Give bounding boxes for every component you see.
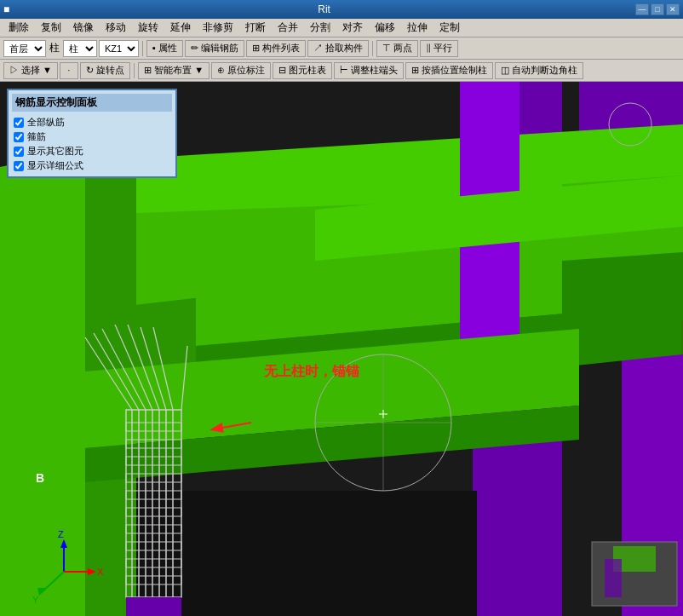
detail-formula-label: 显示详细公式 xyxy=(27,159,83,172)
menu-bar: 删除 复制 镜像 移动 旋转 延伸 非修剪 打断 合并 分割 对齐 偏移 拉伸 … xyxy=(0,19,683,37)
sep2 xyxy=(372,41,373,56)
checkbox-all-vertical[interactable]: 全部纵筋 xyxy=(12,115,172,130)
type-select[interactable]: 柱 xyxy=(63,40,97,57)
menu-extend[interactable]: 延伸 xyxy=(165,19,196,37)
title-bar: ■ Rit — □ ✕ xyxy=(0,0,683,19)
minimize-btn[interactable]: — xyxy=(635,3,649,15)
table-btn[interactable]: ⊟ 图元柱表 xyxy=(273,62,332,79)
other-elements-checkbox[interactable] xyxy=(14,147,24,157)
close-btn[interactable]: ✕ xyxy=(666,3,680,15)
svg-text:Z: Z xyxy=(58,529,64,539)
menu-move[interactable]: 移动 xyxy=(100,19,131,37)
menu-mirror[interactable]: 镜像 xyxy=(68,19,99,37)
maximize-btn[interactable]: □ xyxy=(651,3,664,15)
adjust-end-btn[interactable]: ⊢ 调整柱端头 xyxy=(334,62,404,79)
annotation-text: 无上柱时，锚锚 xyxy=(264,363,359,381)
svg-marker-12 xyxy=(0,150,85,616)
parallel-btn[interactable]: ∥ 平行 xyxy=(420,40,458,57)
menu-merge[interactable]: 合并 xyxy=(273,19,303,37)
stirrup-checkbox[interactable] xyxy=(14,132,24,142)
menu-align[interactable]: 对齐 xyxy=(337,19,368,37)
panel-title: 钢筋显示控制面板 xyxy=(12,94,172,112)
two-points-btn[interactable]: ⊤ 两点 xyxy=(376,40,418,57)
svg-text:B: B xyxy=(36,471,44,485)
title-text: Rit xyxy=(13,3,635,15)
toolbar2: ▷ 选择 ▼ · ↻ 旋转点 ⊞ 智能布置 ▼ ⊕ 原位标注 ⊟ 图元柱表 ⊢ … xyxy=(0,60,683,82)
rotate-pt-btn[interactable]: ↻ 旋转点 xyxy=(80,62,130,79)
stirrup-label: 箍筋 xyxy=(27,130,46,143)
all-vertical-checkbox[interactable] xyxy=(14,118,24,128)
svg-rect-49 xyxy=(126,597,181,616)
svg-rect-70 xyxy=(605,559,622,597)
menu-break[interactable]: 打断 xyxy=(240,19,271,37)
smart-layout-btn[interactable]: ⊞ 智能布置 ▼ xyxy=(138,62,209,79)
detail-formula-checkbox[interactable] xyxy=(14,161,24,171)
toolbar1: 首层 柱 柱 KZ1 ▪ 属性 ✏ 编辑钢筋 ⊞ 构件列表 ↗ 拾取构件 ⊤ 两… xyxy=(0,37,683,60)
menu-untrim[interactable]: 非修剪 xyxy=(198,19,238,37)
checkbox-stirrup[interactable]: 箍筋 xyxy=(12,130,172,144)
floor-select[interactable]: 首层 xyxy=(3,40,46,57)
edit-rebar-btn[interactable]: ✏ 编辑钢筋 xyxy=(185,40,244,57)
menu-stretch[interactable]: 拉伸 xyxy=(402,19,433,37)
checkbox-other-elements[interactable]: 显示其它图元 xyxy=(12,144,172,158)
app-icon: ■ xyxy=(3,3,9,15)
sep1 xyxy=(142,41,143,56)
type-label1: 柱 xyxy=(48,41,61,55)
rebar-panel: 钢筋显示控制面板 全部纵筋 箍筋 显示其它图元 显示详细公式 xyxy=(7,89,177,178)
checkbox-detail-formula[interactable]: 显示详细公式 xyxy=(12,158,172,173)
place-draw-btn[interactable]: ⊞ 按插位置绘制柱 xyxy=(405,62,493,79)
menu-delete[interactable]: 删除 xyxy=(3,19,34,37)
property-btn[interactable]: ▪ 属性 xyxy=(146,40,183,57)
canvas-area[interactable]: Z X Y B 钢筋显示控制面板 全部纵筋 箍筋 显示其它图元 xyxy=(0,82,683,616)
sep3 xyxy=(134,63,135,78)
auto-cut-btn[interactable]: ◫ 自动判断边角柱 xyxy=(495,62,583,79)
window-controls: — □ ✕ xyxy=(635,3,680,15)
point-btn[interactable]: · xyxy=(60,62,78,79)
svg-text:Y: Y xyxy=(32,595,39,605)
svg-marker-17 xyxy=(562,252,683,329)
select-btn[interactable]: ▷ 选择 ▼ xyxy=(3,62,58,79)
other-elements-label: 显示其它图元 xyxy=(27,145,83,158)
menu-custom[interactable]: 定制 xyxy=(434,19,465,37)
svg-text:X: X xyxy=(97,567,104,577)
all-vertical-label: 全部纵筋 xyxy=(27,116,65,129)
menu-split[interactable]: 分割 xyxy=(305,19,336,37)
menu-copy[interactable]: 复制 xyxy=(36,19,66,37)
origin-mark-btn[interactable]: ⊕ 原位标注 xyxy=(211,62,271,79)
menu-offset[interactable]: 偏移 xyxy=(370,19,400,37)
component-list-btn[interactable]: ⊞ 构件列表 xyxy=(246,40,306,57)
pick-btn[interactable]: ↗ 拾取构件 xyxy=(307,40,369,57)
id-select[interactable]: KZ1 xyxy=(99,40,139,57)
menu-rotate[interactable]: 旋转 xyxy=(133,19,164,37)
